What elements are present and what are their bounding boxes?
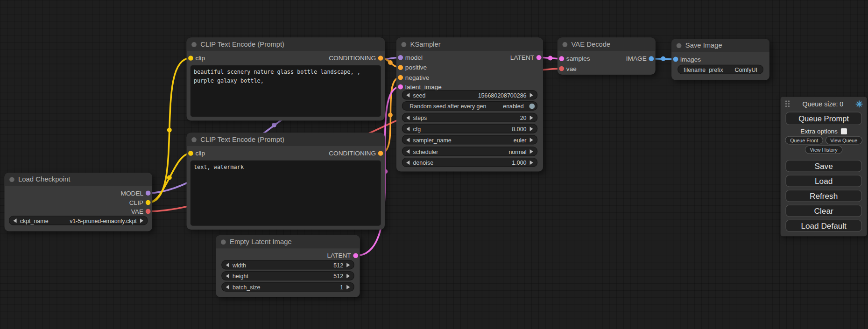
model-output-socket[interactable] — [146, 190, 151, 196]
clear-button[interactable]: Clear — [785, 205, 862, 217]
conditioning-output-socket[interactable] — [378, 151, 383, 156]
widget-label: seed — [413, 91, 425, 98]
queue-front-button[interactable]: Queue Front — [785, 136, 823, 145]
widget-label: denoise — [413, 159, 433, 166]
increment-arrow-icon[interactable] — [346, 273, 350, 278]
decrement-arrow-icon[interactable] — [226, 273, 229, 278]
node-save-image[interactable]: Save Image images filename_prefix ComfyU… — [671, 39, 769, 80]
node-empty-latent-image[interactable]: Empty Latent Image LATENT width 512 heig… — [216, 235, 360, 297]
node-title-bar[interactable]: Empty Latent Image — [216, 235, 360, 248]
collapse-dot-icon[interactable] — [191, 42, 197, 47]
increment-arrow-icon[interactable] — [530, 115, 533, 119]
load-button[interactable]: Load — [785, 175, 862, 187]
collapse-dot-icon[interactable] — [9, 177, 14, 182]
steps-widget[interactable]: steps 20 — [402, 113, 537, 122]
node-ksampler[interactable]: KSampler model positive negative latent_… — [396, 38, 543, 172]
increment-arrow-icon[interactable] — [530, 160, 533, 164]
image-output-socket[interactable] — [649, 56, 654, 61]
node-title-bar[interactable]: CLIP Text Encode (Prompt) — [187, 38, 385, 51]
node-title-bar[interactable]: Load Checkpoint — [4, 173, 152, 186]
collapse-dot-icon[interactable] — [221, 239, 226, 245]
input-row-clip: clip — [187, 149, 205, 158]
increment-arrow-icon[interactable] — [530, 138, 533, 142]
extra-options-label: Extra options — [800, 128, 838, 134]
input-label: latent_image — [405, 84, 442, 90]
widget-value: 512 — [333, 273, 343, 279]
conditioning-output-socket[interactable] — [378, 56, 383, 61]
refresh-button[interactable]: Refresh — [785, 190, 862, 202]
prompt-text-input[interactable]: text, watermark — [191, 161, 381, 226]
increment-arrow-icon[interactable] — [530, 149, 533, 154]
queue-prompt-button[interactable]: Queue Prompt — [785, 112, 862, 125]
increment-arrow-icon[interactable] — [346, 263, 350, 267]
latent-image-input-socket[interactable] — [398, 84, 403, 90]
decrement-arrow-icon[interactable] — [226, 285, 229, 289]
clip-input-socket[interactable] — [188, 56, 193, 61]
collapse-dot-icon[interactable] — [563, 42, 568, 47]
height-widget[interactable]: height 512 — [221, 271, 354, 280]
negative-input-socket[interactable] — [398, 75, 403, 80]
decrement-arrow-icon[interactable] — [13, 218, 16, 223]
batch-size-widget[interactable]: batch_size 1 — [221, 282, 354, 292]
drag-handle-icon[interactable] — [784, 99, 790, 108]
view-history-button[interactable]: View History — [805, 146, 842, 154]
output-label: LATENT — [510, 54, 534, 61]
increment-arrow-icon[interactable] — [530, 126, 533, 131]
load-default-button[interactable]: Load Default — [785, 220, 862, 232]
increment-arrow-icon[interactable] — [140, 218, 143, 223]
cfg-widget[interactable]: cfg 8.000 — [402, 124, 537, 133]
collapse-dot-icon[interactable] — [191, 137, 197, 142]
increment-arrow-icon[interactable] — [346, 285, 350, 289]
output-label: CONDITIONING — [329, 150, 376, 156]
decrement-arrow-icon[interactable] — [406, 138, 409, 142]
node-load-checkpoint[interactable]: Load Checkpoint MODEL CLIP VAE ckpt_name… — [4, 173, 152, 231]
decrement-arrow-icon[interactable] — [406, 160, 409, 164]
output-row-conditioning: CONDITIONING — [329, 54, 385, 63]
seed-widget[interactable]: seed 156680208700286 — [402, 90, 537, 99]
input-label: clip — [196, 55, 205, 61]
node-clip-text-encode-positive[interactable]: CLIP Text Encode (Prompt) clip CONDITION… — [187, 38, 385, 121]
view-history-row: View History — [781, 146, 867, 154]
samples-input-socket[interactable] — [559, 56, 564, 61]
node-clip-text-encode-negative[interactable]: CLIP Text Encode (Prompt) clip CONDITION… — [187, 133, 385, 230]
width-widget[interactable]: width 512 — [221, 260, 354, 269]
vae-output-socket[interactable] — [146, 209, 151, 214]
widget-label: cfg — [413, 126, 421, 132]
sampler-name-widget[interactable]: sampler_name euler — [402, 135, 537, 144]
images-input-socket[interactable] — [673, 57, 678, 62]
latent-output-socket[interactable] — [536, 55, 542, 60]
node-graph-canvas[interactable]: Load Checkpoint MODEL CLIP VAE ckpt_name… — [0, 0, 868, 329]
widget-value: 8.000 — [512, 126, 526, 132]
node-title-bar[interactable]: KSampler — [396, 38, 543, 51]
filename-prefix-widget[interactable]: filename_prefix ComfyUI — [677, 65, 763, 74]
extra-options-checkbox[interactable] — [841, 128, 847, 134]
decrement-arrow-icon[interactable] — [406, 149, 409, 154]
prompt-text-input[interactable]: beautiful scenery nature glass bottle la… — [191, 65, 381, 117]
positive-input-socket[interactable] — [398, 65, 403, 70]
view-queue-button[interactable]: View Queue — [826, 136, 862, 145]
settings-gear-icon[interactable] — [855, 100, 863, 108]
model-input-socket[interactable] — [398, 55, 403, 60]
decrement-arrow-icon[interactable] — [406, 115, 409, 119]
latent-output-socket[interactable] — [353, 253, 358, 258]
ckpt-name-widget[interactable]: ckpt_name v1-5-pruned-emaonly.ckpt — [9, 216, 148, 225]
node-vae-decode[interactable]: VAE Decode samples vae IMAGE — [557, 38, 656, 75]
scheduler-widget[interactable]: scheduler normal — [402, 147, 537, 156]
node-title-bar[interactable]: Save Image — [671, 39, 769, 52]
decrement-arrow-icon[interactable] — [406, 126, 409, 131]
increment-arrow-icon[interactable] — [530, 93, 533, 97]
save-button[interactable]: Save — [785, 160, 862, 172]
clip-input-socket[interactable] — [188, 151, 193, 156]
denoise-widget[interactable]: denoise 1.000 — [402, 158, 537, 167]
node-title-bar[interactable]: VAE Decode — [557, 38, 656, 51]
decrement-arrow-icon[interactable] — [406, 93, 409, 97]
collapse-dot-icon[interactable] — [677, 43, 682, 48]
vae-input-socket[interactable] — [559, 66, 564, 71]
collapse-dot-icon[interactable] — [402, 42, 407, 47]
toggle-knob-icon[interactable] — [529, 103, 535, 109]
node-title-bar[interactable]: CLIP Text Encode (Prompt) — [187, 133, 385, 146]
clip-output-socket[interactable] — [146, 200, 151, 205]
decrement-arrow-icon[interactable] — [226, 263, 229, 267]
random-seed-toggle-widget[interactable]: Random seed after every gen enabled — [402, 101, 537, 111]
widget-label: batch_size — [233, 284, 261, 290]
